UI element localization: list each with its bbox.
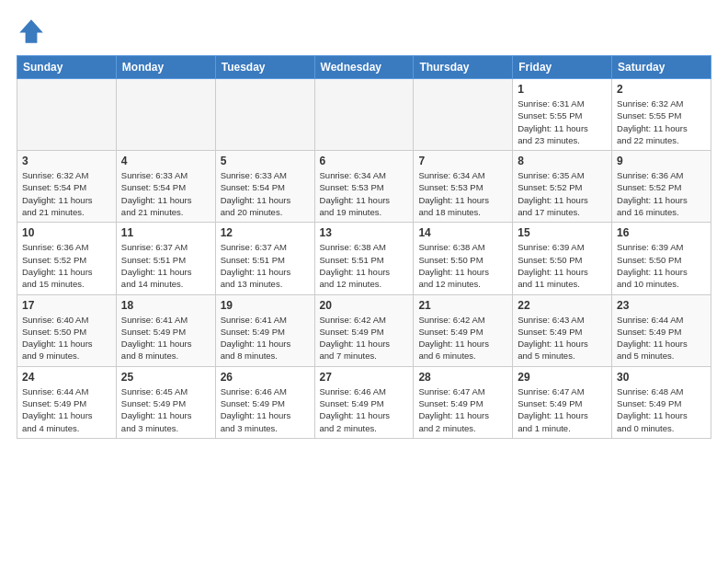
- day-number: 13: [320, 226, 409, 239]
- calendar-cell: 9Sunrise: 6:36 AM Sunset: 5:52 PM Daylig…: [612, 151, 711, 223]
- svg-marker-0: [19, 19, 43, 43]
- header: [17, 17, 711, 46]
- day-info: Sunrise: 6:33 AM Sunset: 5:54 PM Dayligh…: [221, 169, 310, 218]
- day-info: Sunrise: 6:32 AM Sunset: 5:54 PM Dayligh…: [22, 169, 111, 218]
- calendar-cell: [17, 79, 117, 151]
- day-info: Sunrise: 6:35 AM Sunset: 5:52 PM Dayligh…: [518, 169, 607, 218]
- day-number: 21: [418, 299, 507, 312]
- day-info: Sunrise: 6:32 AM Sunset: 5:55 PM Dayligh…: [617, 98, 706, 146]
- day-info: Sunrise: 6:46 AM Sunset: 5:49 PM Dayligh…: [320, 385, 409, 434]
- day-number: 15: [518, 226, 607, 239]
- logo-icon: [17, 17, 46, 46]
- calendar-cell: 15Sunrise: 6:39 AM Sunset: 5:50 PM Dayli…: [513, 223, 612, 294]
- page: SundayMondayTuesdayWednesdayThursdayFrid…: [0, 0, 728, 448]
- week-row-2: 10Sunrise: 6:36 AM Sunset: 5:52 PM Dayli…: [17, 223, 711, 294]
- day-header-tuesday: Tuesday: [215, 56, 314, 79]
- calendar-cell: 25Sunrise: 6:45 AM Sunset: 5:49 PM Dayli…: [116, 366, 215, 438]
- day-number: 8: [518, 155, 607, 167]
- day-number: 11: [121, 226, 210, 239]
- day-info: Sunrise: 6:47 AM Sunset: 5:49 PM Dayligh…: [418, 385, 507, 434]
- day-number: 24: [22, 371, 111, 384]
- calendar-cell: 10Sunrise: 6:36 AM Sunset: 5:52 PM Dayli…: [17, 223, 117, 294]
- calendar-cell: 23Sunrise: 6:44 AM Sunset: 5:49 PM Dayli…: [612, 294, 711, 366]
- day-number: 20: [320, 299, 409, 312]
- calendar-cell: 18Sunrise: 6:41 AM Sunset: 5:49 PM Dayli…: [116, 294, 215, 366]
- calendar-cell: 24Sunrise: 6:44 AM Sunset: 5:49 PM Dayli…: [17, 366, 117, 438]
- day-info: Sunrise: 6:44 AM Sunset: 5:49 PM Dayligh…: [617, 314, 706, 362]
- calendar-cell: 3Sunrise: 6:32 AM Sunset: 5:54 PM Daylig…: [17, 151, 117, 223]
- calendar-cell: 2Sunrise: 6:32 AM Sunset: 5:55 PM Daylig…: [612, 79, 711, 151]
- day-header-monday: Monday: [116, 56, 215, 79]
- day-info: Sunrise: 6:36 AM Sunset: 5:52 PM Dayligh…: [22, 241, 111, 290]
- day-number: 10: [22, 226, 111, 239]
- calendar-cell: 20Sunrise: 6:42 AM Sunset: 5:49 PM Dayli…: [314, 294, 414, 366]
- day-header-friday: Friday: [513, 56, 612, 79]
- calendar-cell: 16Sunrise: 6:39 AM Sunset: 5:50 PM Dayli…: [612, 223, 711, 294]
- calendar-cell: 6Sunrise: 6:34 AM Sunset: 5:53 PM Daylig…: [314, 151, 414, 223]
- logo: [17, 17, 50, 46]
- day-number: 25: [121, 371, 210, 384]
- calendar-header: SundayMondayTuesdayWednesdayThursdayFrid…: [17, 56, 711, 79]
- day-info: Sunrise: 6:48 AM Sunset: 5:49 PM Dayligh…: [617, 385, 706, 434]
- calendar-cell: 8Sunrise: 6:35 AM Sunset: 5:52 PM Daylig…: [513, 151, 612, 223]
- calendar: SundayMondayTuesdayWednesdayThursdayFrid…: [17, 55, 711, 439]
- day-number: 17: [22, 299, 111, 312]
- day-number: 9: [617, 155, 706, 167]
- day-number: 5: [221, 155, 310, 167]
- calendar-cell: 14Sunrise: 6:38 AM Sunset: 5:50 PM Dayli…: [414, 223, 513, 294]
- day-number: 12: [221, 226, 310, 239]
- day-info: Sunrise: 6:46 AM Sunset: 5:49 PM Dayligh…: [221, 385, 310, 434]
- calendar-cell: 19Sunrise: 6:41 AM Sunset: 5:49 PM Dayli…: [215, 294, 314, 366]
- day-info: Sunrise: 6:38 AM Sunset: 5:50 PM Dayligh…: [418, 241, 507, 290]
- calendar-cell: 28Sunrise: 6:47 AM Sunset: 5:49 PM Dayli…: [414, 366, 513, 438]
- day-info: Sunrise: 6:37 AM Sunset: 5:51 PM Dayligh…: [221, 241, 310, 290]
- day-number: 16: [617, 226, 706, 239]
- day-header-sunday: Sunday: [17, 56, 117, 79]
- day-info: Sunrise: 6:40 AM Sunset: 5:50 PM Dayligh…: [22, 314, 111, 362]
- calendar-cell: [116, 79, 215, 151]
- calendar-cell: 4Sunrise: 6:33 AM Sunset: 5:54 PM Daylig…: [116, 151, 215, 223]
- day-number: 18: [121, 299, 210, 312]
- day-info: Sunrise: 6:33 AM Sunset: 5:54 PM Dayligh…: [121, 169, 210, 218]
- calendar-cell: 26Sunrise: 6:46 AM Sunset: 5:49 PM Dayli…: [215, 366, 314, 438]
- day-info: Sunrise: 6:39 AM Sunset: 5:50 PM Dayligh…: [518, 241, 607, 290]
- day-info: Sunrise: 6:37 AM Sunset: 5:51 PM Dayligh…: [121, 241, 210, 290]
- day-info: Sunrise: 6:42 AM Sunset: 5:49 PM Dayligh…: [418, 314, 507, 362]
- day-info: Sunrise: 6:43 AM Sunset: 5:49 PM Dayligh…: [518, 314, 607, 362]
- calendar-cell: 21Sunrise: 6:42 AM Sunset: 5:49 PM Dayli…: [414, 294, 513, 366]
- calendar-cell: 22Sunrise: 6:43 AM Sunset: 5:49 PM Dayli…: [513, 294, 612, 366]
- calendar-cell: [314, 79, 414, 151]
- calendar-cell: 7Sunrise: 6:34 AM Sunset: 5:53 PM Daylig…: [414, 151, 513, 223]
- week-row-4: 24Sunrise: 6:44 AM Sunset: 5:49 PM Dayli…: [17, 366, 711, 438]
- day-info: Sunrise: 6:39 AM Sunset: 5:50 PM Dayligh…: [617, 241, 706, 290]
- week-row-1: 3Sunrise: 6:32 AM Sunset: 5:54 PM Daylig…: [17, 151, 711, 223]
- day-number: 14: [418, 226, 507, 239]
- day-info: Sunrise: 6:38 AM Sunset: 5:51 PM Dayligh…: [320, 241, 409, 290]
- calendar-cell: [414, 79, 513, 151]
- calendar-cell: 27Sunrise: 6:46 AM Sunset: 5:49 PM Dayli…: [314, 366, 414, 438]
- calendar-cell: [215, 79, 314, 151]
- day-number: 1: [518, 83, 607, 96]
- calendar-cell: 1Sunrise: 6:31 AM Sunset: 5:55 PM Daylig…: [513, 79, 612, 151]
- calendar-cell: 17Sunrise: 6:40 AM Sunset: 5:50 PM Dayli…: [17, 294, 117, 366]
- day-number: 7: [418, 155, 507, 167]
- day-number: 30: [617, 371, 706, 384]
- calendar-cell: 29Sunrise: 6:47 AM Sunset: 5:49 PM Dayli…: [513, 366, 612, 438]
- calendar-cell: 13Sunrise: 6:38 AM Sunset: 5:51 PM Dayli…: [314, 223, 414, 294]
- day-info: Sunrise: 6:47 AM Sunset: 5:49 PM Dayligh…: [518, 385, 607, 434]
- week-row-3: 17Sunrise: 6:40 AM Sunset: 5:50 PM Dayli…: [17, 294, 711, 366]
- day-number: 22: [518, 299, 607, 312]
- day-header-wednesday: Wednesday: [314, 56, 414, 79]
- week-row-0: 1Sunrise: 6:31 AM Sunset: 5:55 PM Daylig…: [17, 79, 711, 151]
- calendar-cell: 30Sunrise: 6:48 AM Sunset: 5:49 PM Dayli…: [612, 366, 711, 438]
- day-info: Sunrise: 6:41 AM Sunset: 5:49 PM Dayligh…: [221, 314, 310, 362]
- day-header-thursday: Thursday: [414, 56, 513, 79]
- day-number: 27: [320, 371, 409, 384]
- day-number: 29: [518, 371, 607, 384]
- calendar-cell: 12Sunrise: 6:37 AM Sunset: 5:51 PM Dayli…: [215, 223, 314, 294]
- day-number: 28: [418, 371, 507, 384]
- day-header-saturday: Saturday: [612, 56, 711, 79]
- day-number: 3: [22, 155, 111, 167]
- day-info: Sunrise: 6:41 AM Sunset: 5:49 PM Dayligh…: [121, 314, 210, 362]
- calendar-cell: 11Sunrise: 6:37 AM Sunset: 5:51 PM Dayli…: [116, 223, 215, 294]
